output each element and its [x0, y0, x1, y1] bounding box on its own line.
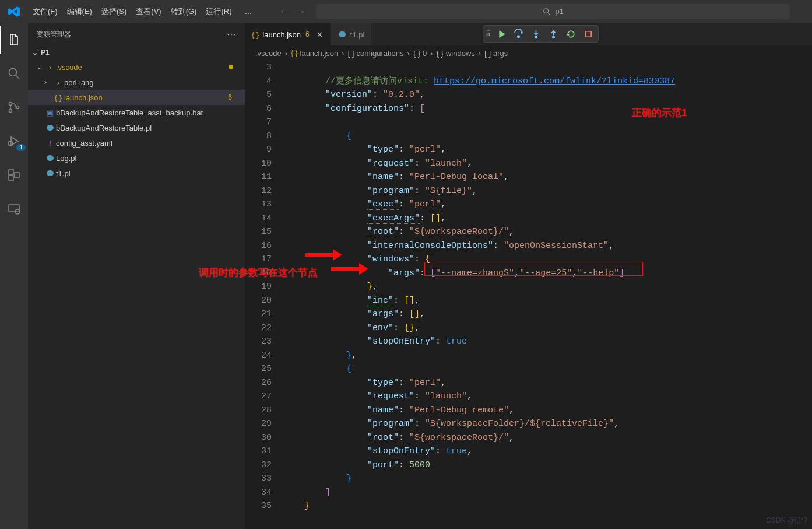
svg-point-15	[552, 36, 554, 38]
item-label: Log.pl	[56, 154, 245, 163]
crumb-.vscode[interactable]: .vscode	[255, 49, 282, 58]
folder-.vscode[interactable]: ⌄›.vscode	[28, 59, 245, 75]
nav-back-icon[interactable]: ←	[280, 6, 289, 17]
activity-debug-icon[interactable]: 1	[6, 133, 22, 149]
svg-rect-10	[15, 173, 19, 177]
svg-point-6	[16, 106, 19, 109]
item-label: bBackupAndRestoreTable.pl	[56, 124, 245, 132]
menu-goto[interactable]: 转到(G)	[166, 0, 202, 23]
svg-rect-8	[9, 170, 13, 174]
search-icon	[543, 8, 551, 16]
activity-explorer-icon[interactable]	[6, 31, 22, 48]
main-menu: 文件(F) 编辑(E) 选择(S) 查看(V) 转到(G) 运行(R) …	[28, 0, 256, 23]
debug-restart-icon[interactable]	[563, 26, 578, 41]
chevron-icon: ⌄	[36, 63, 44, 71]
debug-stop-icon[interactable]	[581, 26, 596, 41]
folder-icon: ›	[44, 63, 56, 72]
item-badge: 6	[228, 93, 232, 101]
menu-view[interactable]: 查看(V)	[131, 0, 166, 23]
menu-edit[interactable]: 编辑(E)	[62, 0, 97, 23]
watermark: CSDN @[.]*?	[766, 516, 807, 524]
svg-point-5	[9, 110, 12, 113]
item-label: launch.json	[64, 93, 228, 102]
svg-line-1	[547, 12, 550, 15]
nav-forward-icon[interactable]: →	[296, 6, 305, 17]
debug-badge: 1	[16, 144, 26, 151]
item-label: config_asst.yaml	[56, 139, 245, 148]
activity-search-icon[interactable]	[6, 65, 22, 82]
file-Log.pl[interactable]: Log.pl	[28, 150, 245, 166]
sidebar-more-icon[interactable]: ···	[227, 30, 237, 38]
drag-grip-icon[interactable]: ⠿	[486, 30, 490, 38]
crumb-launch.json[interactable]: { }launch.json	[291, 49, 338, 58]
tab-label: launch.json	[262, 30, 301, 39]
chevron-down-icon: ⌄	[30, 48, 40, 57]
sidebar-title: 资源管理器	[36, 30, 71, 40]
code-content[interactable]: //更多信息请访问visit: https://go.microsoft.com…	[283, 61, 812, 529]
activity-remote-icon[interactable]	[6, 201, 22, 217]
tab-label: t1.pl	[350, 30, 365, 39]
modified-dot-icon	[229, 65, 233, 69]
project-section[interactable]: ⌄ P1	[28, 45, 245, 59]
item-label: t1.pl	[56, 169, 245, 178]
tab-t1.pl[interactable]: t1.pl	[331, 23, 372, 45]
activity-scm-icon[interactable]	[6, 99, 22, 115]
debug-stepout-icon[interactable]	[546, 26, 561, 41]
file-bBackupAndRestoreTable.pl[interactable]: bBackupAndRestoreTable.pl	[28, 120, 245, 135]
file-launch.json[interactable]: { }launch.json6	[28, 90, 245, 105]
title-bar: 文件(F) 编辑(E) 选择(S) 查看(V) 转到(G) 运行(R) … ← …	[0, 0, 812, 23]
arrow-icon	[305, 253, 334, 257]
crumb-0[interactable]: { }0	[413, 49, 427, 58]
annotation-demo1: 正确的示范1	[632, 106, 687, 120]
svg-rect-16	[585, 31, 590, 36]
item-label: .vscode	[56, 63, 229, 72]
svg-line-3	[16, 75, 19, 79]
crumb-configurations[interactable]: [ ]configurations	[348, 49, 404, 58]
activity-bar: 1	[0, 23, 28, 529]
svg-point-4	[9, 103, 12, 106]
command-center[interactable]: p1	[316, 4, 790, 19]
highlight-box	[424, 262, 643, 276]
svg-rect-9	[9, 176, 13, 180]
file-config_asst.yaml[interactable]: !config_asst.yaml	[28, 135, 245, 150]
debug-toolbar[interactable]: ⠿	[483, 25, 599, 43]
debug-continue-icon[interactable]	[493, 26, 508, 41]
editor-area: { }launch.json6✕t1.pl ⠿ .vscode›{ }launc…	[245, 23, 812, 529]
debug-stepover-icon[interactable]	[511, 26, 526, 41]
file-bBackupAndRestoreTable_asst_backup.bat[interactable]: ▣bBackupAndRestoreTable_asst_backup.bat	[28, 105, 245, 120]
item-label: perl-lang	[64, 78, 245, 87]
activity-extensions-icon[interactable]	[6, 167, 22, 183]
tabs-row: { }launch.json6✕t1.pl ⠿	[245, 23, 812, 45]
menu-select[interactable]: 选择(S)	[97, 0, 131, 23]
folder-icon: ›	[52, 78, 64, 87]
nav-buttons: ← →	[280, 6, 305, 17]
svg-point-14	[535, 36, 536, 38]
line-gutter: 3456789101112131415161718192021222324252…	[245, 61, 283, 529]
debug-stepin-icon[interactable]	[528, 26, 543, 41]
file-t1.pl[interactable]: t1.pl	[28, 166, 245, 181]
chevron-icon: ›	[44, 78, 52, 86]
tab-badge: 6	[305, 30, 310, 38]
breadcrumbs[interactable]: .vscode›{ }launch.json›[ ]configurations…	[245, 45, 812, 61]
project-name: P1	[41, 48, 50, 57]
app-logo	[0, 5, 28, 18]
menu-run[interactable]: 运行(R)	[201, 0, 236, 23]
annotation-callsite: 调用时的参数写在这个节点	[199, 266, 318, 280]
crumb-args[interactable]: [ ]args	[484, 49, 508, 58]
code-editor[interactable]: 3456789101112131415161718192021222324252…	[245, 61, 812, 529]
item-label: bBackupAndRestoreTable_asst_backup.bat	[56, 108, 245, 117]
menu-more-icon[interactable]: …	[240, 0, 256, 23]
folder-perl-lang[interactable]: ››perl-lang	[28, 75, 245, 90]
svg-point-2	[9, 69, 17, 76]
arrow-icon	[331, 267, 360, 271]
search-text: p1	[556, 7, 564, 16]
svg-point-7	[8, 141, 13, 146]
file-tree: ⌄›.vscode››perl-lang{ }launch.json6▣bBac…	[28, 59, 245, 529]
menu-file[interactable]: 文件(F)	[28, 0, 62, 23]
svg-point-0	[543, 8, 548, 13]
tab-launch.json[interactable]: { }launch.json6✕	[245, 23, 331, 45]
close-icon[interactable]: ✕	[317, 30, 323, 39]
svg-point-13	[517, 36, 519, 37]
svg-rect-11	[9, 205, 19, 212]
crumb-windows[interactable]: { }windows	[437, 49, 475, 58]
